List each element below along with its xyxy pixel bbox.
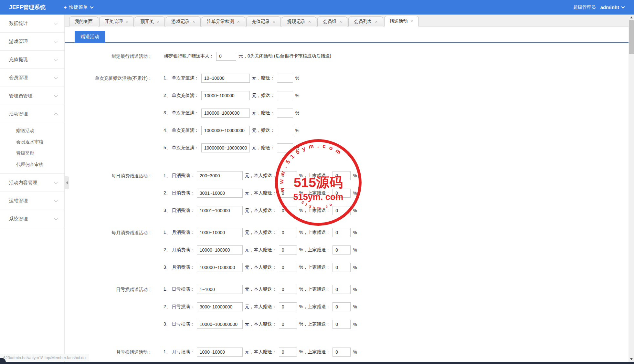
sidebar-collapse-handle[interactable] [65, 176, 69, 189]
recharge-range-input[interactable] [201, 126, 250, 135]
close-icon[interactable]: × [157, 19, 159, 24]
close-icon[interactable]: × [411, 19, 413, 24]
bank-bonus-input[interactable] [216, 52, 236, 61]
tab-lottery-mgmt[interactable]: 开奖管理 × [99, 16, 134, 26]
form-row: 4、单次充值满： 元，赠送： % [164, 126, 300, 135]
sidebar-item-label: 系统管理 [9, 216, 55, 222]
quick-menu-button[interactable]: + 快捷菜单 [64, 4, 93, 11]
recharge-bonus-input[interactable] [277, 91, 293, 100]
sidebar-subitem-rebate-audit[interactable]: 会员返水审核 [0, 136, 64, 148]
self-bonus-input[interactable] [279, 263, 297, 272]
form-row: 3、单次充值满： 元，赠送： % [164, 108, 300, 118]
tab-abnormal-bet-check[interactable]: 注单异常检测 × [202, 16, 245, 26]
parent-bonus-input[interactable] [333, 245, 351, 255]
consume-range-input[interactable] [197, 171, 243, 180]
tab-member-group[interactable]: 会员组 × [317, 16, 347, 26]
close-icon[interactable]: × [339, 19, 342, 24]
close-icon[interactable]: × [192, 19, 195, 24]
self-bonus-input[interactable] [279, 228, 297, 237]
loss-range-input[interactable] [197, 348, 243, 357]
parent-bonus-input[interactable] [333, 206, 351, 215]
tab-game-records[interactable]: 游戏记录 × [166, 16, 200, 26]
tab-my-desktop[interactable]: 我的桌面 [69, 16, 98, 26]
consume-range-input[interactable] [197, 263, 243, 272]
parent-bonus-input[interactable] [333, 263, 351, 272]
sidebar-item-ops-mgmt[interactable]: 运维管理 [0, 192, 64, 210]
self-bonus-input[interactable] [279, 320, 297, 329]
tab-gift-activity[interactable]: 赠送活动 × [384, 16, 419, 26]
close-icon[interactable]: × [375, 19, 377, 24]
tab-recharge-records[interactable]: 充值记录 × [246, 16, 281, 26]
parent-bonus-input[interactable] [333, 348, 351, 357]
sidebar-item-admin-mgmt[interactable]: 管理员管理 [0, 87, 64, 105]
recharge-range-input[interactable] [201, 91, 250, 100]
self-bonus-input[interactable] [279, 245, 297, 255]
sidebar-item-game-mgmt[interactable]: 游戏管理 [0, 33, 64, 51]
sidebar-item-label: 会员管理 [9, 75, 55, 81]
vertical-scrollbar[interactable] [629, 15, 634, 364]
tab-member-list[interactable]: 会员列表 × [348, 16, 383, 26]
parent-bonus-input[interactable] [333, 320, 351, 329]
form-row: 2、日亏损满： 元，本人赠送： %，上家赠送： % [164, 302, 358, 312]
section-single-recharge: 单次充值赠送活动(不累计)： 1、单次充值满： 元，赠送： % 2、单次充值满：… [65, 73, 629, 161]
recharge-range-input[interactable] [201, 143, 250, 152]
sidebar-item-data-stats[interactable]: 数据统计 [0, 15, 64, 33]
self-bonus-input[interactable] [279, 189, 297, 198]
user-menu[interactable]: 超级管理员 adminht [573, 5, 624, 10]
loss-range-input[interactable] [197, 302, 243, 311]
row-number: 4、 [164, 128, 171, 133]
parent-bonus-input[interactable] [333, 302, 351, 311]
parent-bonus-input[interactable] [333, 171, 351, 180]
sidebar-subitem-promotion-reward[interactable]: 晋级奖励 [0, 148, 64, 159]
parent-bonus-input[interactable] [333, 228, 351, 237]
field-label: 单次充值满： [172, 93, 199, 99]
self-bonus-input[interactable] [279, 171, 297, 180]
scroll-up-button[interactable] [629, 15, 634, 20]
loss-range-input[interactable] [197, 320, 243, 329]
self-bonus-input[interactable] [279, 206, 297, 215]
parent-bonus-input[interactable] [333, 189, 351, 198]
recharge-bonus-input[interactable] [277, 109, 293, 118]
sidebar-item-recharge-withdraw[interactable]: 充值提现 [0, 51, 64, 69]
close-icon[interactable]: × [308, 19, 311, 24]
close-icon[interactable]: × [273, 19, 275, 24]
section-label: 每日消费赠送活动： [65, 171, 152, 223]
main-content: 赠送活动 绑定银行赠送活动： 绑定银行账户赠送本人： 元，0为关闭活动 (后台银… [65, 26, 629, 362]
self-bonus-input[interactable] [279, 285, 297, 294]
scrollbar-thumb[interactable] [629, 20, 634, 54]
chevron-down-icon [621, 5, 625, 8]
recharge-range-input[interactable] [201, 74, 250, 83]
page-title-pill[interactable]: 赠送活动 [75, 31, 105, 42]
consume-range-input[interactable] [197, 228, 243, 237]
tab-withdraw-records[interactable]: 提现记录 × [282, 16, 316, 26]
sidebar-subitem-agent-commission-audit[interactable]: 代理佣金审核 [0, 159, 64, 170]
loss-range-input[interactable] [197, 285, 243, 294]
row-number: 2、 [164, 304, 171, 310]
field-label: 单次充值满： [172, 75, 199, 81]
scroll-down-button[interactable] [629, 356, 634, 362]
recharge-bonus-input[interactable] [277, 74, 293, 83]
consume-range-input[interactable] [197, 245, 243, 255]
tab-pre-lottery[interactable]: 预开奖 × [135, 16, 165, 26]
consume-range-input[interactable] [197, 206, 243, 215]
recharge-bonus-input[interactable] [277, 126, 293, 135]
close-icon[interactable]: × [237, 19, 240, 24]
sidebar-item-system-mgmt[interactable]: 系统管理 [0, 210, 64, 228]
percent-label: % [295, 128, 299, 133]
self-bonus-input[interactable] [279, 302, 297, 311]
sidebar-item-activity-content-mgmt[interactable]: 活动内容管理 [0, 174, 64, 192]
consume-range-input[interactable] [197, 189, 243, 198]
section-monthly-loss: 月亏损赠送活动： 1、月亏损满： 元，本人赠送： %，上家赠送： % 2、月亏损… [65, 347, 629, 362]
sidebar-item-activity-mgmt[interactable]: 活动管理 [0, 105, 64, 123]
field-label: 单次充值满： [172, 128, 199, 133]
sidebar-item-member-mgmt[interactable]: 会员管理 [0, 69, 64, 87]
close-icon[interactable]: × [126, 19, 128, 24]
field-label: 元，赠送： [252, 93, 275, 99]
recharge-bonus-input[interactable] [277, 143, 293, 152]
sidebar-subitem-gift-activity[interactable]: 赠送活动 [0, 125, 64, 136]
field-label: 日亏损满： [172, 286, 195, 292]
self-bonus-input[interactable] [279, 348, 297, 357]
recharge-range-input[interactable] [201, 109, 250, 118]
parent-bonus-input[interactable] [333, 285, 351, 294]
field-label: %，上家赠送： [299, 230, 330, 235]
